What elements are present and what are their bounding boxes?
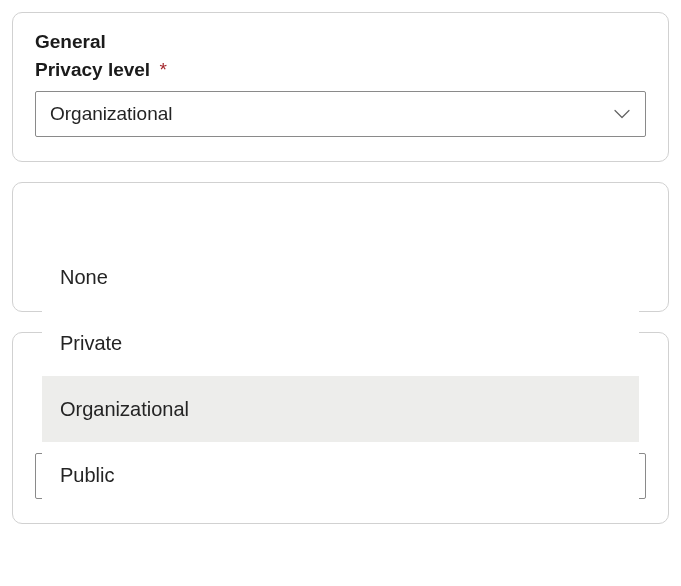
privacy-option-none[interactable]: None [42, 244, 639, 310]
privacy-level-dropdown-listbox[interactable]: None Private Organizational Public [42, 244, 639, 508]
field-label-privacy-level: Privacy level * [35, 59, 646, 81]
card-title-general: General [35, 31, 646, 53]
privacy-option-organizational[interactable]: Organizational [42, 376, 639, 442]
privacy-level-select[interactable]: Organizational [35, 91, 646, 137]
field-label-text: Privacy level [35, 59, 150, 80]
settings-card-general: General Privacy level * Organizational [12, 12, 669, 162]
privacy-level-select-value: Organizational [50, 103, 173, 125]
privacy-option-public[interactable]: Public [42, 442, 639, 508]
required-marker: * [159, 59, 166, 80]
chevron-down-icon [613, 105, 631, 123]
privacy-option-private[interactable]: Private [42, 310, 639, 376]
